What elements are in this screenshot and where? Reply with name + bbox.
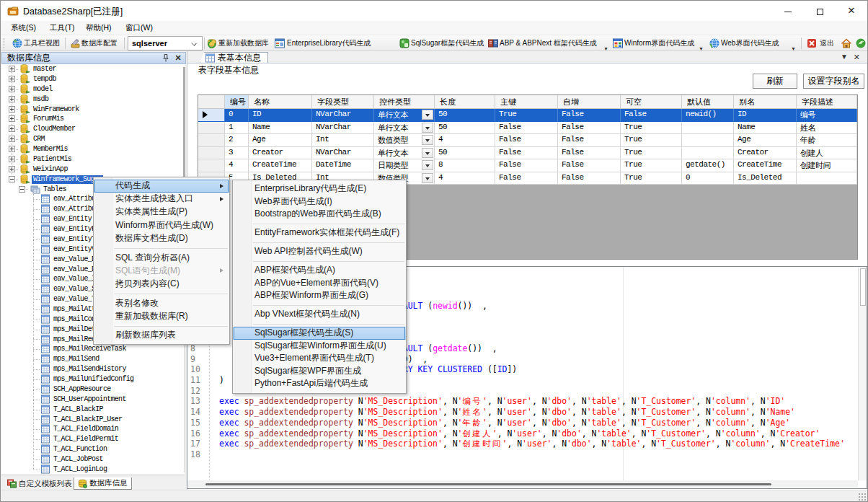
panel-close-icon[interactable]: ✕	[173, 53, 183, 63]
grid-cell[interactable]: Name	[734, 122, 797, 135]
grid-cell[interactable]: DateTime	[312, 159, 374, 172]
menu-item-1[interactable]: 工具(T)	[50, 21, 74, 35]
grid-column-header-自增[interactable]: 自增	[558, 95, 621, 109]
grid-cell[interactable]: False	[558, 147, 621, 160]
grid-column-header-字段描述[interactable]: 字段描述	[797, 95, 857, 109]
grid-cell[interactable]	[682, 122, 734, 135]
tree-expander-icon[interactable]	[9, 126, 15, 132]
grid-cell-combo[interactable]: 单行文本	[374, 109, 435, 122]
tree-item-master[interactable]: master	[1, 64, 185, 74]
submenu-item-9[interactable]: ABP的Vue+Element界面代码(V)	[233, 277, 406, 290]
tab-close-icon[interactable]: ✕	[854, 53, 860, 62]
tree-expander-icon[interactable]	[9, 86, 15, 92]
grid-cell[interactable]: True	[621, 159, 682, 172]
grid-column-header-长度[interactable]: 长度	[435, 95, 495, 109]
submenu-item-15[interactable]: SqlSugar框架Winform界面生成(U)	[233, 340, 406, 353]
grid-cell[interactable]: Int	[312, 134, 374, 147]
submenu-item-1[interactable]: Web界面代码生成(I)	[233, 195, 406, 208]
editor-horizontal-scrollbar[interactable]	[187, 480, 858, 488]
grid-cell[interactable]: ID	[249, 109, 312, 122]
tree-item-msdb[interactable]: msdb	[1, 94, 185, 105]
grid-cell[interactable]: True	[621, 134, 682, 147]
grid-cell[interactable]: Creator	[734, 147, 797, 160]
grid-cell[interactable]: 4	[435, 172, 495, 185]
maximize-button[interactable]	[804, 1, 836, 21]
submenu-item-6[interactable]: Web API控制器代码生成(W)	[233, 245, 406, 258]
submenu-item-18[interactable]: Python+FastApi后端代码生成	[233, 377, 406, 390]
tree-item-T_ACL_FieldPermit[interactable]: T_ACL_FieldPermit	[1, 434, 185, 444]
tree-item-ForumMis[interactable]: ForumMis	[1, 114, 185, 124]
grid-cell[interactable]: False	[558, 122, 621, 135]
grid-row-header[interactable]	[198, 109, 225, 122]
tree-expander-icon[interactable]	[9, 115, 15, 122]
tree-item-SCH_AppResource[interactable]: SCH_AppResource	[1, 384, 185, 395]
submenu-item-0[interactable]: EnterpriseLibrary代码生成(E)	[233, 182, 406, 195]
refresh-button[interactable]: 刷新	[753, 74, 797, 89]
tree-item-tempdb[interactable]: tempdb	[1, 74, 185, 84]
grid-cell[interactable]: False	[495, 122, 558, 135]
tree-item-mps_MailSend[interactable]: mps_MailSend	[1, 354, 185, 364]
grid-cell[interactable]	[682, 134, 734, 147]
grid-cell-combo[interactable]: 日期类型	[374, 159, 435, 172]
grid-cell[interactable]: ID	[734, 109, 797, 122]
grid-cell-combo[interactable]: 单行文本	[374, 122, 435, 135]
tree-expander-icon[interactable]	[9, 96, 15, 102]
grid-cell[interactable]: 姓名	[797, 122, 857, 135]
grid-cell[interactable]: 年龄	[797, 134, 857, 147]
tree-item-mps_MailUnifiedConfig[interactable]: mps_MailUnifiedConfig	[1, 374, 185, 384]
submenu-item-10[interactable]: ABP框架Winform界面生成(G)	[233, 289, 406, 302]
grid-cell[interactable]: NVarChar	[312, 122, 374, 135]
tree-scrollbar-thumb[interactable]	[183, 67, 185, 177]
tree-expander-icon[interactable]	[9, 106, 15, 113]
tree-item-T_ACL_Function[interactable]: T_ACL_Function	[1, 444, 185, 454]
grid-cell[interactable]: Age	[734, 134, 797, 147]
grid-row-3[interactable]: 3CreatorNVarChar单行文本50FalseFalseTrueCrea…	[198, 147, 857, 160]
submenu-item-4[interactable]: EntityFramework实体框架代码生成(F)	[233, 226, 406, 239]
grid-row-header[interactable]	[198, 122, 225, 135]
grid-column-header-名称[interactable]: 名称	[249, 95, 312, 109]
tree-expander-icon[interactable]	[9, 176, 15, 182]
menu-item-2[interactable]: 帮助(H)	[86, 21, 112, 35]
grid-column-header-可空[interactable]: 可空	[621, 95, 682, 109]
submenu-item-17[interactable]: SqlSugar框架WPF界面生成	[233, 365, 406, 378]
toolbar-button-msn-icon[interactable]	[1, 35, 867, 51]
grid-cell[interactable]: 8	[435, 159, 495, 172]
tab-dropdown-icon[interactable]: ▼	[841, 53, 848, 61]
editor-hscroll-thumb[interactable]	[205, 483, 771, 485]
grid-column-header-字段类型[interactable]: 字段类型	[312, 95, 374, 109]
grid-cell[interactable]: False	[621, 109, 682, 122]
grid-cell[interactable]: 创建时间	[797, 159, 857, 172]
submenu-item-16[interactable]: Vue3+Element界面代码生成(T)	[233, 352, 406, 365]
context-menu-item-4[interactable]: 数据库文档生成(D)	[94, 232, 229, 245]
context-menu-item-8[interactable]: 拷贝列表内容(C)	[94, 277, 229, 290]
submenu-item-2[interactable]: Bootstrap的Web界面代码生成(B)	[233, 208, 406, 221]
grid-cell[interactable]: False	[558, 159, 621, 172]
context-menu-item-7[interactable]: SQL语句生成(M)	[94, 264, 229, 277]
grid-cell[interactable]: NVarChar	[312, 109, 374, 122]
context-menu-item-2[interactable]: 实体类属性生成(P)	[94, 206, 229, 219]
tree-expander-icon[interactable]	[19, 186, 25, 193]
close-button[interactable]: ✕	[836, 1, 867, 21]
grid-cell[interactable]: 50	[435, 109, 495, 122]
grid-cell[interactable]: Age	[249, 134, 312, 147]
grid-cell[interactable]: 0	[682, 172, 734, 185]
combo-dropdown-icon[interactable]	[422, 135, 433, 145]
tree-item-model[interactable]: model	[1, 84, 185, 94]
grid-row-header[interactable]	[198, 147, 225, 160]
tree-item-PatientMis[interactable]: PatientMis	[1, 154, 185, 164]
tree-item-CloudMember[interactable]: CloudMember	[1, 124, 185, 134]
grid-cell[interactable]	[797, 172, 857, 185]
grid-column-header-默认值[interactable]: 默认值	[682, 95, 734, 109]
tree-expander-icon[interactable]	[9, 76, 15, 82]
grid-row-header[interactable]	[198, 159, 225, 172]
tree-item-T_ACL_JobPost[interactable]: T_ACL_JobPost	[1, 454, 185, 464]
resize-grip[interactable]	[858, 493, 867, 501]
tree-item-T_ACL_LoginLog[interactable]: T_ACL_LoginLog	[1, 464, 185, 475]
grid-cell[interactable]: 编号	[797, 109, 857, 122]
context-menu-item-13[interactable]: 刷新数据库列表	[94, 329, 229, 342]
tree-item-T_ACL_BlackIP[interactable]: T_ACL_BlackIP	[1, 405, 185, 415]
grid-cell[interactable]: 创建人	[797, 147, 857, 160]
combo-dropdown-icon[interactable]	[422, 173, 433, 183]
tree-item-T_ACL_BlackIP_User[interactable]: T_ACL_BlackIP_User	[1, 415, 185, 425]
grid-cell[interactable]: False	[495, 159, 558, 172]
